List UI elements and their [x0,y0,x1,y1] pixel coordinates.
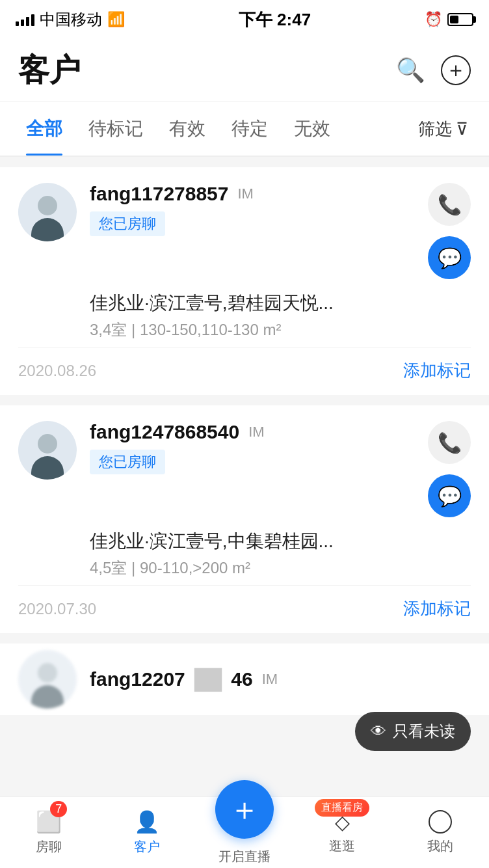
nav-chat-label: 房聊 [36,838,62,856]
card-top: fang1247868540 IM 您已房聊 📞 💬 [18,421,471,517]
customer-name: fang117278857 [90,183,229,205]
phone-button[interactable]: 📞 [428,421,471,464]
im-badge: IM [238,185,254,202]
only-unread-label: 只看未读 [393,721,455,742]
filter-label: 筛选 [418,118,452,141]
nav-live-label: 开启直播 [218,848,271,865]
nav-item-chat[interactable]: ⬜ 房聊 7 [0,797,98,868]
customer-info: fang1247868540 IM 您已房聊 [90,421,415,474]
tab-valid[interactable]: 有效 [156,102,218,156]
live-badge: 直播看房 [315,799,369,817]
add-icon[interactable]: ＋ [441,55,471,85]
phone-icon: 📞 [438,193,462,216]
card-bottom: 2020.08.26 添加标记 [18,347,471,382]
customer-card: fang117278857 IM 您已房聊 📞 💬 佳兆业·滨江壹号,碧桂园天悦… [0,167,489,395]
tab-invalid[interactable]: 无效 [281,102,343,156]
avatar [18,421,77,480]
tab-bar: 全部 待标记 有效 待定 无效 筛选 ⊽ [0,102,489,157]
customer-name: fang1247868540 [90,421,239,443]
only-unread-button[interactable]: 👁 只看未读 [355,712,471,751]
nav-item-profile[interactable]: 我的 [391,797,489,868]
filter-icon: ⊽ [456,119,468,139]
avatar [18,650,77,709]
nav-clients-label: 客户 [134,838,160,856]
property-info: 佳兆业·滨江壹号,碧桂园天悦... 3,4室 | 130-150,110-130… [18,291,471,340]
name-row: fang1247868540 IM [90,421,415,443]
chat-badge: 7 [50,801,67,817]
tab-all[interactable]: 全部 [13,102,75,156]
chat-tag: 您已房聊 [90,211,165,236]
carrier-label: 中国移动 [40,9,102,30]
phone-button[interactable]: 📞 [428,183,471,226]
card-bottom: 2020.07.30 添加标记 [18,585,471,620]
nav-browse-label: 逛逛 [329,837,355,855]
battery-icon [447,13,473,26]
customer-name-partial: fang12207 [90,668,185,690]
status-time: 下午 2:47 [239,8,311,31]
nav-item-live[interactable]: ＋ 开启直播 [196,797,293,868]
message-button[interactable]: 💬 [428,474,471,517]
card-actions: 📞 💬 [428,183,471,279]
customer-card: fang1247868540 IM 您已房聊 📞 💬 佳兆业·滨江壹号,中集碧桂… [0,405,489,633]
filter-button[interactable]: 筛选 ⊽ [410,111,476,147]
customer-list: fang117278857 IM 您已房聊 📞 💬 佳兆业·滨江壹号,碧桂园天悦… [0,157,489,726]
card-top: fang117278857 IM 您已房聊 📞 💬 [18,183,471,279]
chat-tag: 您已房聊 [90,450,165,474]
im-badge: IM [248,424,264,441]
profile-nav-icon [429,810,452,834]
signal-icon [16,13,34,26]
page-title: 客户 [18,49,81,91]
customer-info: fang117278857 IM 您已房聊 [90,183,415,236]
card-actions: 📞 💬 [428,421,471,517]
contact-date: 2020.08.26 [18,362,96,380]
property-name: 佳兆业·滨江壹号,中集碧桂园... [90,529,471,554]
status-right: ⏰ [425,11,473,28]
bottom-nav: ⬜ 房聊 7 👤 客户 ＋ 开启直播 ◇ 直播看房 逛逛 我的 [0,796,489,868]
fab-button[interactable]: ＋ [215,780,274,839]
chat-icon: 💬 [438,247,462,269]
im-badge-partial: IM [262,671,278,688]
customer-name-end: 46 [231,668,252,690]
property-info: 佳兆业·滨江壹号,中集碧桂园... 4,5室 | 90-110,>200 m² [18,529,471,578]
clients-nav-icon: 👤 [134,809,160,834]
property-detail: 4,5室 | 90-110,>200 m² [90,558,471,578]
nav-item-clients[interactable]: 👤 客户 [98,797,195,868]
tab-pending[interactable]: 待标记 [75,102,156,156]
customer-name-masked: ██ [194,668,222,690]
status-left: 中国移动 📶 [16,9,125,30]
property-name: 佳兆业·滨江壹号,碧桂园天悦... [90,291,471,316]
chat-icon: 💬 [438,485,462,508]
browse-icon-wrapper: ◇ 直播看房 [335,811,350,834]
fab-plus-icon: ＋ [229,789,260,830]
search-icon[interactable]: 🔍 [396,57,425,84]
name-row: fang117278857 IM [90,183,415,205]
phone-icon: 📞 [438,431,462,454]
status-bar: 中国移动 📶 下午 2:47 ⏰ [0,0,489,39]
alarm-icon: ⏰ [425,11,442,28]
contact-date: 2020.07.30 [18,600,96,618]
nav-item-browse[interactable]: ◇ 直播看房 逛逛 [293,797,391,868]
eye-icon: 👁 [371,722,386,740]
header: 客户 🔍 ＋ [0,39,489,102]
wifi-icon: 📶 [107,11,125,28]
message-button[interactable]: 💬 [428,236,471,279]
add-tag-button[interactable]: 添加标记 [403,597,471,620]
partial-name-row: fang12207 ██ 46 IM [90,668,278,690]
add-tag-button[interactable]: 添加标记 [403,359,471,382]
tab-undecided[interactable]: 待定 [218,102,281,156]
header-actions: 🔍 ＋ [396,55,471,85]
avatar [18,183,77,241]
nav-profile-label: 我的 [427,837,453,855]
customer-card-partial: fang12207 ██ 46 IM [0,644,489,715]
property-detail: 3,4室 | 130-150,110-130 m² [90,319,471,340]
